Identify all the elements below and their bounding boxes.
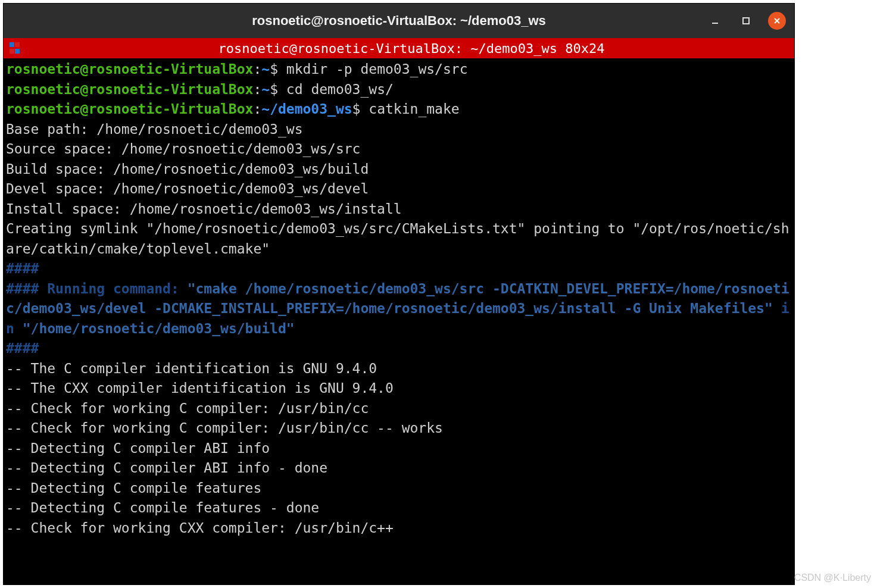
prompt-sep: : <box>253 82 261 97</box>
output-line: -- Check for working C compiler: /usr/bi… <box>6 420 443 436</box>
watermark: CSDN @K·Liberty <box>794 573 871 583</box>
output-line: -- The CXX compiler identification is GN… <box>6 380 394 396</box>
icon-square <box>15 49 20 54</box>
close-button[interactable] <box>768 12 786 30</box>
output-line: -- Detecting C compiler ABI info <box>6 440 270 456</box>
output-line: -- Detecting C compile features - done <box>6 500 319 515</box>
prompt-sep: : <box>253 61 261 77</box>
terminal-window: rosnoetic@rosnoetic-VirtualBox: ~/demo03… <box>4 4 794 584</box>
prompt-sep: : <box>253 101 261 117</box>
command-text: cd demo03_ws/ <box>286 82 394 97</box>
window-controls <box>706 12 786 30</box>
command-text: catkin_make <box>369 101 459 117</box>
output-line: Base path: /home/rosnoetic/demo03_ws <box>6 121 303 137</box>
prompt-dollar: $ <box>270 61 286 77</box>
prompt-path: ~ <box>261 61 270 77</box>
terminator-icon[interactable] <box>7 40 24 57</box>
command-text: mkdir -p demo03_ws/src <box>286 61 468 77</box>
output-line: -- Check for working CXX compiler: /usr/… <box>6 520 394 536</box>
output-line: Creating symlink "/home/rosnoetic/demo03… <box>6 221 789 257</box>
prompt-user: rosnoetic@rosnoetic-VirtualBox <box>6 61 253 77</box>
hash-separator: #### <box>6 261 39 276</box>
output-line: -- Check for working C compiler: /usr/bi… <box>6 401 369 416</box>
titlebar[interactable]: rosnoetic@rosnoetic-VirtualBox: ~/demo03… <box>4 4 794 38</box>
prompt-path: ~ <box>261 82 270 97</box>
prompt-user: rosnoetic@rosnoetic-VirtualBox <box>6 101 253 117</box>
running-prefix: #### Running command: <box>6 281 188 296</box>
svg-rect-1 <box>743 18 749 24</box>
output-line: -- Detecting C compile features <box>6 480 261 496</box>
maximize-button[interactable] <box>737 12 755 30</box>
minimize-button[interactable] <box>706 12 724 30</box>
output-line: Source space: /home/rosnoetic/demo03_ws/… <box>6 141 360 157</box>
prompt-dollar: $ <box>352 101 369 117</box>
output-line: -- The C compiler identification is GNU … <box>6 361 377 376</box>
output-line: Devel space: /home/rosnoetic/demo03_ws/d… <box>6 181 369 196</box>
prompt-dollar: $ <box>270 82 286 97</box>
icon-square <box>10 42 14 47</box>
prompt-path: ~/demo03_ws <box>261 101 352 117</box>
running-dir: "/home/rosnoetic/demo03_ws/build" <box>23 321 295 336</box>
icon-square <box>15 42 20 47</box>
window-title: rosnoetic@rosnoetic-VirtualBox: ~/demo03… <box>252 13 546 29</box>
output-line: Install space: /home/rosnoetic/demo03_ws… <box>6 201 402 217</box>
hash-separator: #### <box>6 340 39 356</box>
terminator-tabbar: rosnoetic@rosnoetic-VirtualBox: ~/demo03… <box>4 38 794 58</box>
terminal-output[interactable]: rosnoetic@rosnoetic-VirtualBox:~$ mkdir … <box>4 58 794 584</box>
icon-square <box>10 49 14 54</box>
output-line: Build space: /home/rosnoetic/demo03_ws/b… <box>6 161 369 177</box>
terminal-tab-title: rosnoetic@rosnoetic-VirtualBox: ~/demo03… <box>29 41 794 56</box>
output-line: -- Detecting C compiler ABI info - done <box>6 460 327 476</box>
prompt-user: rosnoetic@rosnoetic-VirtualBox <box>6 82 253 97</box>
